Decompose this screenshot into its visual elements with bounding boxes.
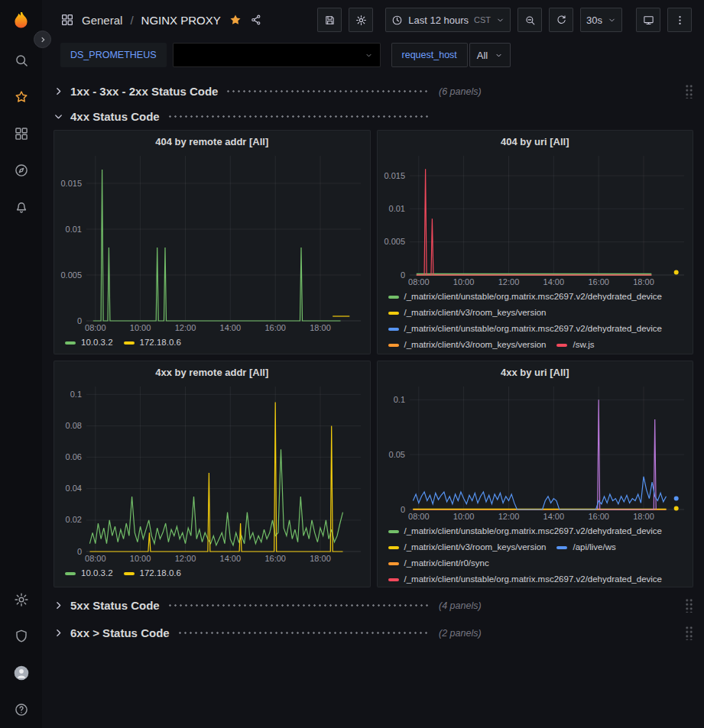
panel-3: 4xx by remote addr [All]08:0010:0012:001…	[54, 361, 371, 587]
chart-area[interactable]: 08:0010:0012:0014:0016:0018:0000.0050.01…	[54, 150, 370, 333]
panel-title[interactable]: 4xx by uri [All]	[378, 361, 693, 380]
chevron-right-icon	[54, 600, 70, 610]
svg-text:0: 0	[77, 547, 82, 556]
row-panel-count: (2 panels)	[439, 628, 482, 639]
time-range-picker[interactable]: Last 12 hours CST	[385, 8, 511, 32]
row-header-6xx[interactable]: 6xx > Status Code (2 panels)	[54, 623, 693, 643]
row-panel-count: (6 panels)	[439, 86, 482, 97]
sidebar-item-alerting[interactable]	[0, 189, 42, 225]
chart-legend: 10.0.3.2172.18.0.6	[54, 564, 370, 587]
request-host-variable-value: All	[477, 50, 488, 61]
panel-title[interactable]: 404 by uri [All]	[378, 131, 693, 150]
chevron-right-icon	[54, 86, 70, 96]
svg-text:0.005: 0.005	[60, 270, 82, 280]
sidebar-item-server-admin[interactable]	[0, 618, 42, 655]
svg-text:0.08: 0.08	[66, 421, 82, 430]
row-drag-handle[interactable]	[685, 626, 693, 640]
refresh-button[interactable]	[549, 8, 573, 32]
breadcrumb-title[interactable]: NGINX PROXY	[141, 14, 221, 27]
chart-area[interactable]: 08:0010:0012:0014:0016:0018:0000.020.040…	[54, 380, 370, 564]
more-options-button[interactable]	[667, 8, 692, 32]
chevron-down-icon	[608, 16, 616, 24]
save-dashboard-button[interactable]	[317, 8, 342, 32]
chevron-down-icon	[495, 51, 503, 60]
gear-icon	[14, 592, 29, 607]
svg-text:0.015: 0.015	[384, 171, 405, 180]
chart-area[interactable]: 08:0010:0012:0014:0016:0018:0000.050.1	[378, 380, 693, 522]
svg-text:10:00: 10:00	[130, 554, 151, 563]
legend-item[interactable]: /_matrix/client/unstable/org.matrix.msc2…	[388, 291, 663, 303]
tv-mode-button[interactable]	[636, 8, 660, 32]
legend-label: /_matrix/client/unstable/org.matrix.msc2…	[404, 526, 663, 537]
user-avatar	[14, 665, 29, 681]
row-drag-handle[interactable]	[685, 84, 693, 99]
svg-text:08:00: 08:00	[408, 512, 430, 521]
legend-item[interactable]: /_matrix/client/unstable/org.matrix.msc2…	[388, 323, 663, 335]
sidebar-item-settings[interactable]	[0, 581, 42, 618]
sidebar-toggle-button[interactable]	[34, 31, 51, 48]
top-navbar: General / NGINX PROXY	[42, 0, 704, 40]
panel-title[interactable]: 4xx by remote addr [All]	[54, 361, 370, 380]
favorite-star-icon[interactable]	[229, 13, 242, 27]
request-host-variable-label[interactable]: request_host	[391, 43, 468, 67]
dashboard-settings-button[interactable]	[349, 8, 373, 32]
legend-label: /_matrix/client/unstable/org.matrix.msc2…	[404, 574, 663, 585]
breadcrumb-section[interactable]: General	[82, 14, 122, 27]
zoom-out-button[interactable]	[517, 8, 542, 32]
shield-icon	[14, 629, 29, 644]
legend-item[interactable]: /_matrix/client/unstable/org.matrix.msc2…	[388, 526, 663, 537]
legend-item[interactable]: 172.18.0.6	[124, 337, 181, 348]
datasource-variable-label[interactable]: DS_PROMETHEUS	[60, 43, 167, 67]
svg-text:08:00: 08:00	[85, 323, 106, 332]
legend-item[interactable]: /_matrix/client/v3/room_keys/version	[388, 542, 547, 553]
sidebar-item-explore[interactable]	[0, 152, 42, 189]
apps-grid-icon	[60, 13, 74, 27]
legend-item[interactable]: 10.0.3.2	[65, 568, 113, 579]
legend-item[interactable]: /_matrix/client/v3/room_keys/version	[388, 307, 547, 319]
refresh-interval-dropdown[interactable]: 30s	[580, 8, 622, 32]
row-title: 4xx Status Code	[70, 110, 160, 123]
share-icon[interactable]	[250, 14, 262, 26]
row-drag-handle[interactable]	[685, 598, 693, 613]
svg-text:0.1: 0.1	[70, 390, 82, 399]
panel-title[interactable]: 404 by remote addr [All]	[54, 131, 370, 150]
legend-item[interactable]: /_matrix/client/v3/room_keys/version	[388, 339, 547, 351]
svg-text:16:00: 16:00	[588, 277, 609, 286]
sidebar-item-help[interactable]	[0, 691, 42, 728]
svg-text:0.06: 0.06	[66, 452, 82, 461]
breadcrumb: General / NGINX PROXY	[60, 13, 262, 27]
legend-label: 10.0.3.2	[81, 337, 113, 348]
legend-item[interactable]: /_matrix/client/unstable/org.matrix.msc2…	[388, 574, 663, 585]
kebab-menu-icon	[674, 15, 686, 26]
row-header-4xx[interactable]: 4xx Status Code	[54, 106, 693, 127]
row-header-1xx-3xx-2xx[interactable]: 1xx - 3xx - 2xx Status Code (6 panels)	[54, 81, 693, 102]
sidebar-item-starred[interactable]	[0, 79, 42, 115]
chart-area[interactable]: 08:0010:0012:0014:0016:0018:0000.0050.01…	[378, 150, 693, 287]
chart-legend: /_matrix/client/unstable/org.matrix.msc2…	[378, 522, 693, 587]
legend-item[interactable]: 10.0.3.2	[65, 337, 113, 348]
legend-label: 172.18.0.6	[140, 568, 181, 579]
refresh-interval-label: 30s	[586, 15, 602, 26]
sidebar-item-search[interactable]	[0, 42, 42, 79]
legend-item[interactable]: /sw.js	[556, 339, 594, 351]
legend-item[interactable]: 172.18.0.6	[124, 568, 181, 579]
svg-text:10:00: 10:00	[453, 277, 474, 286]
sidebar-item-dashboards[interactable]	[0, 115, 42, 152]
chevron-right-icon	[39, 36, 47, 44]
legend-swatch	[124, 572, 135, 575]
svg-text:12:00: 12:00	[175, 554, 196, 563]
main-area: General / NGINX PROXY	[42, 0, 704, 728]
svg-text:10:00: 10:00	[453, 512, 474, 521]
legend-swatch	[388, 312, 399, 315]
svg-text:08:00: 08:00	[408, 277, 430, 286]
request-host-variable-select[interactable]: All	[469, 43, 511, 67]
row-header-5xx[interactable]: 5xx Status Code (4 panels)	[54, 595, 693, 616]
datasource-variable-select[interactable]	[173, 43, 381, 67]
star-icon	[14, 89, 29, 105]
legend-swatch	[388, 296, 399, 299]
legend-item[interactable]: /_matrix/client/r0/sync	[388, 558, 489, 569]
legend-item[interactable]: /api/live/ws	[556, 542, 615, 553]
row-title: 5xx Status Code	[70, 599, 160, 612]
panel-1: 404 by remote addr [All]08:0010:0012:001…	[54, 130, 371, 354]
sidebar-item-profile[interactable]	[0, 655, 42, 691]
